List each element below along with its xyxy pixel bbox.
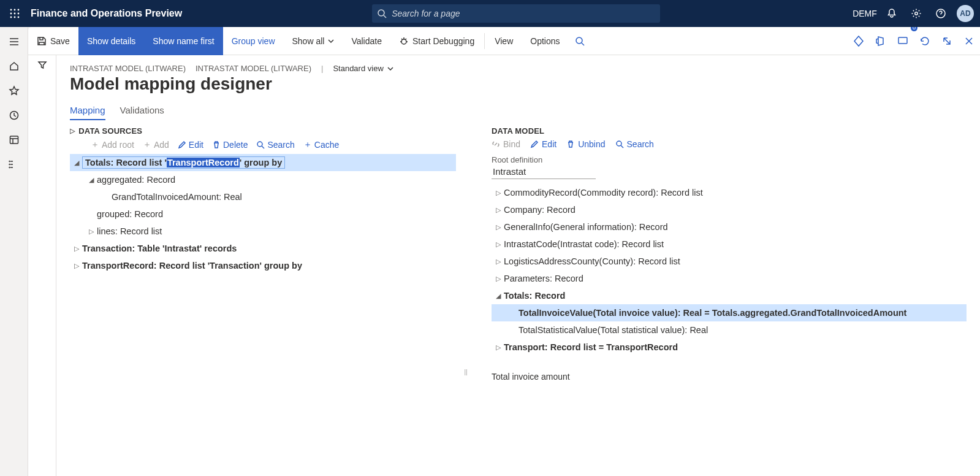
expand-icon[interactable]: ◢ <box>71 159 82 167</box>
add-button: ＋Add <box>143 139 169 150</box>
home-icon[interactable] <box>0 54 28 79</box>
search-icon <box>377 9 387 18</box>
global-search-input[interactable] <box>372 4 660 23</box>
messages-icon[interactable]: 0 <box>892 27 914 55</box>
cache-button[interactable]: ＋Cache <box>303 139 339 150</box>
start-debugging-button[interactable]: Start Debugging <box>390 27 483 55</box>
tree-node-transport[interactable]: ▷Transport: Record list = TransportRecor… <box>492 339 967 356</box>
show-name-first-button[interactable]: Show name first <box>144 27 222 55</box>
breadcrumb-item[interactable]: INTRASTAT MODEL (LITWARE) <box>70 64 186 73</box>
expand-icon[interactable]: ▷ <box>493 344 504 351</box>
tree-node-company[interactable]: ▷Company: Record <box>492 201 967 218</box>
favorites-icon[interactable] <box>0 79 28 103</box>
svg-point-11 <box>915 12 917 15</box>
popout-icon[interactable] <box>936 27 958 55</box>
expand-icon[interactable]: ◢ <box>86 176 97 184</box>
office-icon[interactable] <box>870 27 892 55</box>
edit-button[interactable]: Edit <box>178 139 203 150</box>
expand-icon[interactable]: ▷ <box>86 228 97 236</box>
tree-node-totalinvoice[interactable]: TotalInvoiceValue(Total invoice value): … <box>492 304 967 321</box>
datasources-toolbar: ＋Add root ＋Add Edit Delete Search ＋Cache <box>91 139 456 150</box>
expand-icon[interactable]: ◢ <box>493 292 504 300</box>
tree-node-totals[interactable]: ◢ Totals: Record list 'TransportRecord' … <box>70 154 456 171</box>
expand-icon[interactable]: ▷ <box>493 189 504 197</box>
search-button[interactable]: Search <box>615 139 654 149</box>
datamodel-tree: ▷CommodityRecord(Commodity record): Reco… <box>492 184 967 356</box>
svg-point-5 <box>18 13 20 15</box>
delete-button[interactable]: Delete <box>212 139 248 150</box>
group-view-button[interactable]: Group view <box>223 27 284 55</box>
show-details-button[interactable]: Show details <box>78 27 144 55</box>
hamburger-icon[interactable] <box>0 29 28 54</box>
tree-node-aggregated[interactable]: ◢aggregated: Record <box>70 171 456 188</box>
expand-icon[interactable]: ▷ <box>493 223 504 231</box>
svg-line-23 <box>262 146 264 148</box>
filter-icon[interactable] <box>37 60 47 476</box>
datasources-header: DATA SOURCES <box>78 126 142 136</box>
user-avatar[interactable]: AD <box>957 5 974 22</box>
bind-button: Bind <box>492 139 520 149</box>
tree-node-parameters[interactable]: ▷Parameters: Record <box>492 270 967 287</box>
app-launcher-icon[interactable] <box>6 5 23 22</box>
save-icon <box>37 36 47 46</box>
show-all-button[interactable]: Show all <box>284 27 343 55</box>
tree-node-grouped[interactable]: grouped: Record <box>70 205 456 223</box>
validate-button[interactable]: Validate <box>343 27 390 55</box>
tree-node-totals[interactable]: ◢Totals: Record <box>492 287 967 304</box>
page-tabs: Mapping Validations <box>70 101 967 120</box>
expand-icon[interactable]: ▷ <box>71 262 82 270</box>
splitter-handle[interactable]: || <box>462 126 469 470</box>
collapse-icon[interactable]: ▷ <box>70 127 75 135</box>
expand-icon[interactable]: ▷ <box>493 275 504 283</box>
recent-icon[interactable] <box>0 103 28 128</box>
search-icon <box>575 36 585 46</box>
expand-icon[interactable]: ▷ <box>71 245 82 253</box>
modules-icon[interactable] <box>0 152 28 177</box>
trash-icon <box>212 140 221 149</box>
tab-mapping[interactable]: Mapping <box>70 101 105 120</box>
options-button[interactable]: Options <box>522 27 568 55</box>
refresh-icon[interactable] <box>914 27 936 55</box>
tree-node-intrastatcode[interactable]: ▷IntrastatCode(Intrastat code): Record l… <box>492 236 967 253</box>
global-header: Finance and Operations Preview DEMF AD <box>0 0 980 27</box>
svg-line-10 <box>384 15 386 18</box>
svg-point-3 <box>10 13 12 15</box>
root-definition-value[interactable]: Intrastat <box>492 164 596 179</box>
attachments-icon[interactable] <box>848 27 870 55</box>
tree-node-grandtotal[interactable]: GrandTotalInvoicedAmount: Real <box>70 188 456 205</box>
svg-point-16 <box>9 164 10 165</box>
expand-icon[interactable]: ▷ <box>493 206 504 214</box>
action-search-button[interactable] <box>569 27 591 55</box>
svg-point-2 <box>18 9 20 11</box>
unbind-button[interactable]: Unbind <box>566 139 605 149</box>
svg-point-0 <box>10 9 12 11</box>
tree-node-totalstat[interactable]: TotalStatisticalValue(Total statistical … <box>492 321 967 339</box>
help-icon[interactable] <box>929 0 953 27</box>
search-icon <box>615 140 624 148</box>
notifications-icon[interactable] <box>879 0 904 27</box>
view-selector[interactable]: Standard view <box>333 64 393 73</box>
save-button[interactable]: Save <box>28 27 78 55</box>
expand-icon[interactable]: ▷ <box>493 258 504 266</box>
expand-icon[interactable]: ▷ <box>493 240 504 248</box>
breadcrumb-item[interactable]: INTRASTAT MODEL (LITWARE) <box>196 64 311 73</box>
pencil-icon <box>530 140 539 148</box>
svg-point-9 <box>378 10 384 16</box>
company-label[interactable]: DEMF <box>853 0 877 27</box>
tree-node-logistics[interactable]: ▷LogisticsAddressCounty(County): Record … <box>492 253 967 270</box>
workspaces-icon[interactable] <box>0 128 28 152</box>
tree-node-generalinfo[interactable]: ▷GeneralInfo(General information): Recor… <box>492 218 967 236</box>
root-definition-label: Root definition <box>492 155 967 164</box>
svg-line-20 <box>582 43 584 45</box>
tree-node-transportrecord[interactable]: ▷TransportRecord: Record list 'Transacti… <box>70 257 456 274</box>
pencil-icon <box>178 140 186 149</box>
tree-node-transaction[interactable]: ▷Transaction: Table 'Intrastat' records <box>70 240 456 257</box>
edit-button[interactable]: Edit <box>530 139 556 149</box>
tab-validations[interactable]: Validations <box>120 101 164 120</box>
close-icon[interactable] <box>958 27 980 55</box>
search-button[interactable]: Search <box>256 139 294 150</box>
tree-node-commodity[interactable]: ▷CommodityRecord(Commodity record): Reco… <box>492 184 967 201</box>
tree-node-lines[interactable]: ▷lines: Record list <box>70 223 456 240</box>
view-button[interactable]: View <box>486 27 522 55</box>
settings-icon[interactable] <box>904 0 929 27</box>
